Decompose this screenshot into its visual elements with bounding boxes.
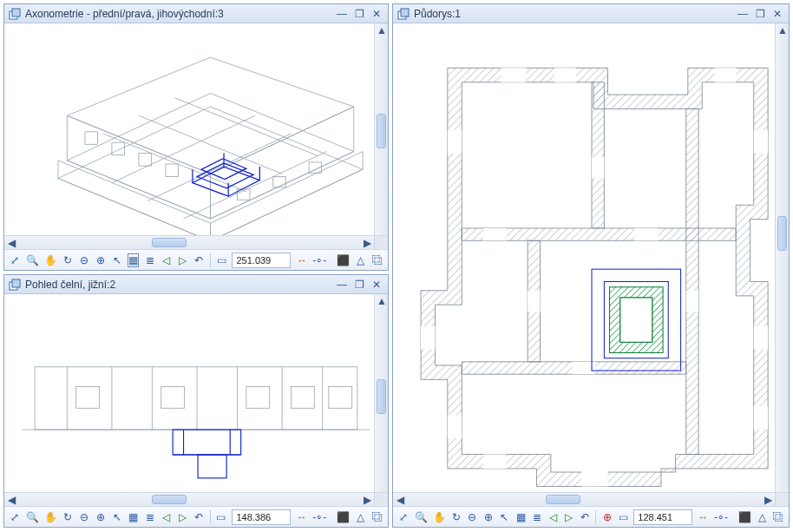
scrollbar-horizontal[interactable]: ◀ ▶ [393, 492, 775, 506]
triangle-icon[interactable]: △ [355, 253, 366, 267]
scrollbar-vertical[interactable]: ▲ ▼ [775, 23, 789, 506]
select-box-icon[interactable]: ▦ [128, 253, 139, 267]
prev-view-icon[interactable]: ◁ [547, 510, 559, 524]
scroll-left-icon[interactable]: ◀ [394, 494, 406, 506]
titlebar-axo[interactable]: Axonometrie - přední/pravá, jihovýchodní… [4, 4, 388, 23]
scroll-left-icon[interactable]: ◀ [5, 237, 17, 249]
page-icon[interactable]: ▭ [618, 510, 629, 524]
scrollbar-horizontal[interactable]: ◀ ▶ [4, 235, 374, 249]
restore-button[interactable]: ❐ [351, 7, 367, 21]
pointer-back-icon[interactable]: ↖ [112, 510, 123, 524]
undo-icon[interactable]: ↶ [193, 510, 205, 524]
iso-cube-icon[interactable]: ⬛ [337, 253, 350, 267]
scroll-right-icon[interactable]: ▶ [762, 494, 774, 506]
measure-input-front[interactable] [232, 509, 291, 525]
magnifier-icon[interactable]: 🔍 [26, 510, 39, 524]
page-icon[interactable]: ▭ [216, 510, 227, 524]
copy-view-icon[interactable]: ⿻ [371, 510, 383, 524]
triangle-icon[interactable]: △ [355, 510, 366, 524]
next-view-icon[interactable]: ▷ [177, 253, 188, 267]
viewport-plan[interactable]: ▲ ▼ ◀ ▶ [393, 23, 789, 506]
scroll-up-icon[interactable]: ▲ [777, 24, 789, 36]
zoom-in-icon[interactable]: ⊕ [483, 510, 495, 524]
layers-icon[interactable]: ≣ [144, 510, 155, 524]
restore-button[interactable]: ❐ [752, 7, 768, 21]
pan-icon[interactable]: ✋ [44, 510, 57, 524]
minimize-button[interactable]: — [334, 7, 350, 21]
refresh-icon[interactable]: ↻ [62, 510, 74, 524]
zoom-window-icon[interactable]: ⤢ [10, 253, 21, 267]
svg-rect-60 [581, 469, 608, 487]
select-box-icon[interactable]: ▦ [128, 510, 139, 524]
scroll-right-icon[interactable]: ▶ [361, 237, 373, 249]
svg-rect-62 [448, 415, 462, 438]
chain-icon[interactable]: -∘- [714, 510, 728, 524]
scroll-up-icon[interactable]: ▲ [376, 24, 388, 36]
iso-cube-icon[interactable]: ⬛ [337, 510, 350, 524]
flip-icon[interactable]: ↔ [296, 253, 307, 267]
zoom-in-icon[interactable]: ⊕ [95, 510, 107, 524]
scroll-thumb-h[interactable] [152, 238, 187, 247]
magnifier-icon[interactable]: 🔍 [415, 510, 428, 524]
prev-view-icon[interactable]: ◁ [161, 253, 172, 267]
close-button[interactable]: ✕ [369, 7, 384, 21]
titlebar-plan[interactable]: Půdorys:1 — ❐ ✕ [393, 4, 789, 23]
close-button[interactable]: ✕ [369, 278, 384, 292]
scroll-thumb-v[interactable] [777, 216, 787, 251]
pointer-back-icon[interactable]: ↖ [111, 253, 122, 267]
close-button[interactable]: ✕ [770, 7, 785, 21]
svg-rect-41 [161, 387, 185, 409]
flip-icon[interactable]: ↔ [296, 510, 307, 524]
next-view-icon[interactable]: ▷ [563, 510, 574, 524]
scroll-up-icon[interactable]: ▲ [376, 295, 388, 307]
iso-cube-icon[interactable]: ⬛ [738, 510, 751, 524]
undo-icon[interactable]: ↶ [193, 253, 205, 267]
scrollbar-vertical[interactable]: ▲ ▼ [374, 294, 388, 506]
viewport-front[interactable]: ▲ ▼ ◀ ▶ [4, 294, 388, 506]
refresh-icon[interactable]: ↻ [451, 510, 462, 524]
zoom-window-icon[interactable]: ⤢ [398, 510, 410, 524]
layers-icon[interactable]: ≣ [144, 253, 155, 267]
scroll-left-icon[interactable]: ◀ [5, 494, 17, 506]
prev-view-icon[interactable]: ◁ [161, 510, 172, 524]
page-icon[interactable]: ▭ [216, 253, 227, 267]
refresh-icon[interactable]: ↻ [62, 253, 74, 267]
pan-icon[interactable]: ✋ [44, 253, 57, 267]
select-box-icon[interactable]: ▦ [515, 510, 527, 524]
minimize-button[interactable]: — [334, 278, 350, 292]
zoom-window-icon[interactable]: ⤢ [10, 510, 21, 524]
restore-button[interactable]: ❐ [351, 278, 367, 292]
next-view-icon[interactable]: ▷ [177, 510, 188, 524]
target-icon[interactable]: ⊕ [601, 510, 613, 524]
scroll-thumb-h[interactable] [152, 495, 187, 504]
pan-icon[interactable]: ✋ [433, 510, 446, 524]
scroll-right-icon[interactable]: ▶ [361, 494, 373, 506]
titlebar-front[interactable]: Pohled čelní, jižní:2 — ❐ ✕ [4, 275, 388, 294]
scroll-thumb-v[interactable] [377, 379, 386, 414]
viewport-axo[interactable]: ▲ ▼ ◀ ▶ [4, 23, 388, 249]
zoom-out-icon[interactable]: ⊖ [79, 253, 90, 267]
flip-icon[interactable]: ↔ [698, 510, 709, 524]
scrollbar-horizontal[interactable]: ◀ ▶ [4, 492, 374, 506]
triangle-icon[interactable]: △ [757, 510, 768, 524]
zoom-out-icon[interactable]: ⊖ [79, 510, 90, 524]
svg-line-11 [174, 98, 318, 156]
zoom-in-icon[interactable]: ⊕ [95, 253, 107, 267]
chain-icon[interactable]: -∘- [312, 510, 326, 524]
chain-icon[interactable]: -∘- [312, 253, 326, 267]
copy-view-icon[interactable]: ⿻ [772, 510, 783, 524]
zoom-out-icon[interactable]: ⊖ [467, 510, 478, 524]
scroll-thumb-v[interactable] [377, 114, 386, 148]
layers-icon[interactable]: ≣ [531, 510, 542, 524]
scrollbar-vertical[interactable]: ▲ ▼ [374, 23, 388, 249]
svg-rect-64 [448, 130, 462, 154]
measure-input-axo[interactable] [232, 253, 291, 268]
undo-icon[interactable]: ↶ [580, 510, 591, 524]
pointer-back-icon[interactable]: ↖ [499, 510, 510, 524]
measure-input-plan[interactable] [633, 509, 692, 525]
magnifier-icon[interactable]: 🔍 [26, 253, 39, 267]
title-plan: Půdorys:1 [414, 8, 733, 20]
minimize-button[interactable]: — [735, 7, 750, 21]
scroll-thumb-h[interactable] [546, 495, 580, 504]
copy-view-icon[interactable]: ⿻ [371, 253, 383, 267]
